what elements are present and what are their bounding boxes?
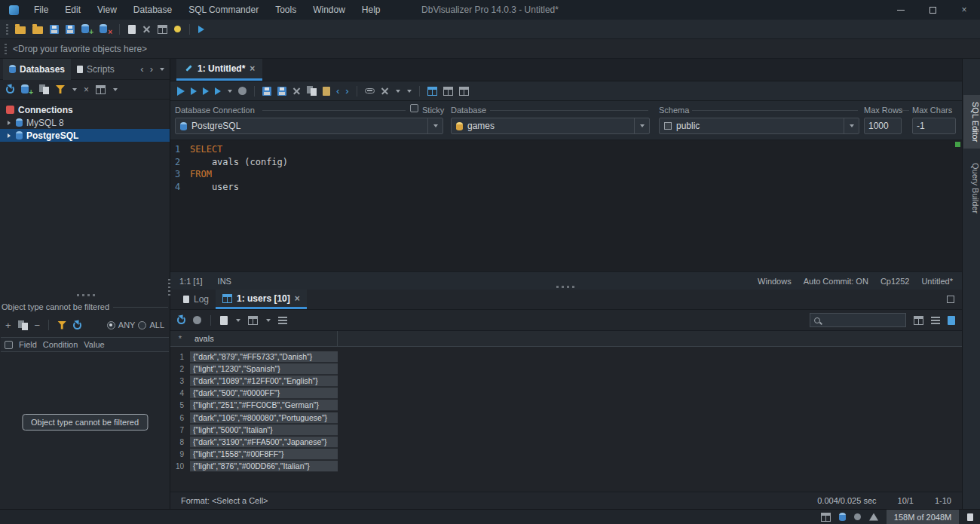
tree-item-postgresql[interactable]: PostgreSQL	[0, 129, 170, 142]
toolbar-grip[interactable]	[6, 24, 8, 35]
maximize-button[interactable]	[917, 0, 948, 20]
filter-header-checkbox[interactable]	[5, 341, 13, 349]
copy-filter-icon[interactable]	[18, 320, 28, 330]
apply-filter-icon[interactable]	[57, 321, 66, 329]
more-chevron-icon[interactable]	[396, 90, 400, 93]
remove-connection-icon[interactable]	[100, 24, 111, 34]
tab-scripts[interactable]: Scripts	[71, 59, 121, 80]
close-button[interactable]	[948, 0, 980, 20]
execute-buffer-icon[interactable]	[203, 87, 209, 95]
form-view-icon[interactable]	[948, 316, 955, 325]
open-recent-icon[interactable]	[32, 26, 43, 34]
menu-edit[interactable]: Edit	[57, 0, 89, 20]
search-input[interactable]	[824, 316, 902, 325]
table-row[interactable]: 7{"light","5000","Italian"}	[170, 424, 962, 436]
warning-icon[interactable]	[869, 513, 878, 521]
tip-icon[interactable]	[174, 26, 181, 32]
cell-value[interactable]: {"dark","1089","#12FF00","English"}	[190, 375, 338, 387]
tab-log[interactable]: Log	[176, 290, 216, 309]
grid-status-icon[interactable]	[821, 513, 831, 522]
memory-gauge[interactable]: 158M of 2048M	[887, 510, 959, 524]
view-options-icon[interactable]	[96, 85, 106, 94]
table-row[interactable]: 9{"light","1558","#00F8FF"}	[170, 449, 962, 461]
cell-value[interactable]: {"dark","3190","#FFA500","Japanese"}	[190, 437, 338, 448]
table-row[interactable]: 8{"dark","3190","#FFA500","Japanese"}	[170, 436, 962, 448]
menu-view[interactable]: View	[89, 0, 125, 20]
clear-filter-icon[interactable]	[84, 84, 89, 95]
nav-forward-icon[interactable]: ›	[150, 64, 153, 74]
table-row[interactable]: 2{"light","1230","Spanish"}	[170, 363, 962, 375]
line-ending-mode[interactable]: Windows	[758, 277, 792, 286]
cell-value[interactable]: {"light","1558","#00F8FF"}	[190, 449, 338, 460]
add-filter-icon[interactable]: +	[5, 320, 11, 330]
menu-tools[interactable]: Tools	[267, 0, 305, 20]
tab-result-users[interactable]: 1: users [10]	[216, 290, 307, 309]
remove-filter-icon[interactable]: −	[35, 320, 41, 330]
execute-options-chevron-icon[interactable]	[228, 90, 232, 93]
table-row[interactable]: 6{"dark","106","#800080","Portuguese"}	[170, 412, 962, 424]
table-row[interactable]: 3{"dark","1089","#12FF00","English"}	[170, 375, 962, 387]
tab-query-builder[interactable]: Query Builder	[963, 156, 980, 220]
all-radio[interactable]	[138, 321, 146, 329]
new-connection-icon[interactable]	[21, 84, 32, 94]
grid-options-icon[interactable]	[248, 316, 258, 325]
refresh-icon[interactable]	[6, 85, 14, 93]
detach-panel-icon[interactable]	[947, 296, 954, 303]
tree-item-mysql[interactable]: MySQL 8	[0, 116, 170, 129]
copy-icon[interactable]	[307, 86, 317, 96]
activity-status-icon[interactable]	[854, 513, 861, 520]
save-sql-as-icon[interactable]	[277, 87, 286, 96]
filter-chevron-icon[interactable]	[72, 88, 77, 91]
horizontal-splitter-handle[interactable]	[556, 286, 576, 288]
table-row[interactable]: 1{"dark","879","#FF5733","Danish"}	[170, 351, 962, 363]
redo-icon[interactable]: ›	[345, 86, 348, 96]
close-tab-icon[interactable]	[295, 293, 300, 304]
sql-editor[interactable]: 1 SELECT 2 avals (config) 3 FROM 4 users	[170, 140, 962, 271]
any-radio[interactable]	[107, 321, 115, 329]
result-options-icon[interactable]	[443, 87, 453, 96]
menu-file[interactable]: File	[26, 0, 57, 20]
connection-dropdown[interactable]: PostgreSQL	[175, 118, 443, 134]
save-icon[interactable]	[50, 25, 59, 34]
view-options-chevron-icon[interactable]	[113, 88, 118, 91]
reset-filter-icon[interactable]	[73, 321, 81, 329]
connections-status-icon[interactable]	[839, 513, 846, 521]
cell-value[interactable]: {"dark","500","#0000FF"}	[190, 388, 338, 399]
save-sql-icon[interactable]	[262, 87, 271, 96]
table-row[interactable]: 10{"light","876","#00DD66","Italian"}	[170, 461, 962, 473]
table-row[interactable]: 5{"light","251","#FFC0CB","German"}	[170, 400, 962, 412]
result-target-icon[interactable]	[427, 87, 437, 96]
export-icon[interactable]	[220, 316, 228, 325]
grid-view-icon[interactable]	[914, 316, 923, 325]
tab-databases[interactable]: Databases	[3, 59, 71, 80]
row-menu-icon[interactable]	[278, 317, 287, 324]
sql-commander-icon[interactable]	[198, 26, 204, 33]
result-pin-icon[interactable]	[459, 87, 469, 96]
duplicate-connection-icon[interactable]	[39, 84, 49, 94]
paste-icon[interactable]	[323, 87, 330, 96]
autocommit-status[interactable]: Auto Commit: ON	[804, 277, 868, 286]
templates-chevron-icon[interactable]	[407, 90, 412, 93]
menu-sql-commander[interactable]: SQL Commander	[180, 0, 267, 20]
new-script-icon[interactable]	[128, 25, 136, 34]
export-chevron-icon[interactable]	[236, 319, 240, 322]
create-connection-icon[interactable]	[81, 24, 93, 34]
cell-value[interactable]: {"light","876","#00DD66","Italian"}	[190, 461, 338, 472]
stop-result-icon[interactable]	[193, 316, 201, 324]
max-rows-input[interactable]	[864, 118, 902, 134]
stop-icon[interactable]	[238, 87, 247, 95]
tab-sql-editor[interactable]: SQL Editor	[963, 95, 980, 149]
cell-value[interactable]: {"dark","879","#FF5733","Danish"}	[190, 351, 338, 363]
grid-corner-cell[interactable]: *	[170, 331, 190, 346]
favorites-grip[interactable]	[5, 44, 7, 54]
editor-tab-untitled[interactable]: 1: Untitled*	[176, 59, 262, 81]
log-file-icon[interactable]	[967, 513, 973, 521]
nav-back-icon[interactable]: ‹	[140, 64, 143, 74]
result-search-box[interactable]	[810, 313, 906, 327]
execute-current-icon[interactable]	[191, 87, 197, 95]
expand-chevron-icon[interactable]	[8, 121, 11, 125]
minimize-button[interactable]	[885, 0, 917, 20]
cell-value[interactable]: {"light","251","#FFC0CB","German"}	[190, 400, 338, 411]
table-row[interactable]: 4{"dark","500","#0000FF"}	[170, 388, 962, 400]
menu-window[interactable]: Window	[305, 0, 354, 20]
